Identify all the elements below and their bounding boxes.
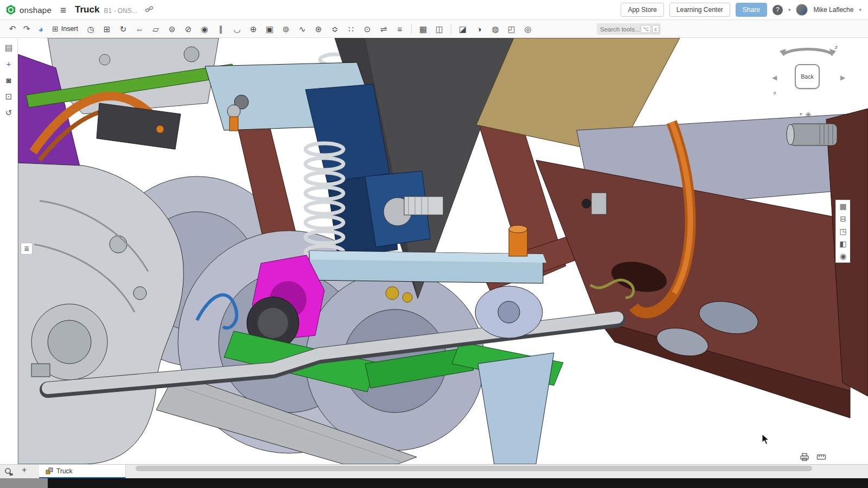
insert-label: Insert <box>61 25 78 33</box>
assembly-tab-icon <box>46 467 53 475</box>
measure-icon[interactable] <box>816 453 826 461</box>
feature-tree-toggle[interactable]: ≣ <box>21 243 33 255</box>
planar-mate-icon[interactable]: ▱ <box>148 20 164 38</box>
replicate-icon[interactable]: ≡ <box>392 20 408 38</box>
parts-panel-icon[interactable]: ⊟ <box>840 215 846 223</box>
gear-relation-icon[interactable]: ⊛ <box>310 20 327 38</box>
bom-icon[interactable]: ▦ <box>415 20 431 38</box>
insert-mate-icon[interactable]: + <box>7 60 11 68</box>
redo-icon[interactable]: ↷ <box>20 24 34 34</box>
shortcut-c-key: c <box>652 25 659 33</box>
right-panel-rail: ▦⊟◳◧◉ <box>835 200 850 263</box>
rotate-left-icon[interactable]: ◀ <box>772 74 777 81</box>
parallel-mate-icon[interactable]: ∥ <box>213 20 229 38</box>
app-store-button[interactable]: App Store <box>621 3 663 17</box>
perspective-icon[interactable]: ◰ <box>503 20 520 38</box>
toolbar-separator <box>411 24 412 34</box>
user-menu-caret-icon[interactable]: ▾ <box>859 7 861 12</box>
mate-relation-icon[interactable]: ⊚ <box>278 20 294 38</box>
add-tab-button[interactable]: + <box>22 465 27 475</box>
view-menu-caret-icon[interactable]: ▾ <box>800 111 802 117</box>
visibility-icon[interactable]: ◎ <box>520 20 536 38</box>
help-caret-icon[interactable]: ▾ <box>788 7 791 12</box>
configuration-panel-icon[interactable]: ◧ <box>839 240 846 248</box>
mirror-icon[interactable]: ⇌ <box>375 20 392 38</box>
bom-panel-icon[interactable]: ▦ <box>839 202 846 210</box>
view-rotate-arc[interactable] <box>775 41 840 58</box>
appearance-icon[interactable]: ◑ <box>471 20 487 38</box>
printer-icon[interactable] <box>800 453 809 461</box>
user-avatar[interactable] <box>796 4 808 16</box>
left-panel-rail: ▤+◙⊡↺ <box>0 38 18 464</box>
onshape-logo-icon <box>5 4 16 15</box>
pin-slot-mate-icon[interactable]: ⊘ <box>180 20 196 38</box>
ball-mate-icon[interactable]: ◉ <box>196 20 213 38</box>
versions-history-icon[interactable]: ↺ <box>5 109 12 117</box>
search-tools: ⌥ c <box>597 23 661 35</box>
model-viewport[interactable]: ◀ ▶ Back x z ▾ ◈ ≣ ▦⊟◳◧◉ <box>18 38 868 464</box>
search-tabs-icon[interactable] <box>4 467 13 476</box>
onshape-logo[interactable]: onshape <box>5 4 52 15</box>
cylindrical-mate-icon[interactable]: ⊜ <box>164 20 180 38</box>
assembly-render[interactable] <box>18 38 868 464</box>
document-menu-icon[interactable]: ≡ <box>60 5 66 15</box>
rollback-clock-icon[interactable]: ◷ <box>82 20 99 38</box>
rack-pinion-relation-icon[interactable]: ≎ <box>327 20 343 38</box>
document-version: B1 - ONS... <box>104 7 137 15</box>
revolute-mate-icon[interactable]: ↻ <box>115 20 131 38</box>
toolbar-separator <box>451 24 451 34</box>
help-button[interactable]: ? <box>773 5 783 15</box>
fastened-mate-icon[interactable]: ⊞ <box>99 20 115 38</box>
share-button[interactable]: Share <box>736 3 767 17</box>
slider-mate-icon[interactable]: ⇔ <box>131 20 148 38</box>
section-view-icon[interactable]: ◪ <box>455 20 471 38</box>
document-outline-icon[interactable]: ▤ <box>5 43 12 52</box>
learning-center-button[interactable]: Learning Center <box>669 3 730 17</box>
undo-icon[interactable]: ↶ <box>5 24 20 34</box>
circular-pattern-icon[interactable]: ⊙ <box>359 20 375 38</box>
rotate-right-icon[interactable]: ▶ <box>840 74 845 81</box>
mate-connector-icon[interactable]: ⊕ <box>245 20 261 38</box>
selection-panel-icon[interactable]: ◉ <box>840 252 846 260</box>
named-views-icon[interactable]: ◫ <box>431 20 448 38</box>
axis-z-label: z <box>835 45 838 50</box>
edit-in-context-icon[interactable]: ◕ <box>34 24 48 34</box>
footer-left-segment <box>0 478 48 488</box>
search-tools-input[interactable] <box>600 26 640 33</box>
display-states-icon[interactable]: ◍ <box>487 20 503 38</box>
tab-truck[interactable]: Truck <box>39 465 126 479</box>
logo-text: onshape <box>20 5 52 15</box>
isometric-view-icon[interactable]: ◈ <box>806 110 812 118</box>
tab-label: Truck <box>56 467 73 475</box>
screw-relation-icon[interactable]: ∿ <box>294 20 310 38</box>
comments-icon[interactable]: ◙ <box>6 76 11 84</box>
share-link-icon[interactable] <box>145 5 154 15</box>
document-title: Truck <box>75 4 99 15</box>
insert-icon: ⊞ <box>52 24 59 33</box>
toolbar-icons: ◷⊞↻⇔▱⊜⊘◉∥◡⊕▣⊚∿⊛≎∷⊙⇌≡▦◫◪◑◍◰◎ <box>82 20 536 38</box>
named-views-panel-icon[interactable]: ◳ <box>839 227 846 235</box>
shortcut-alt-key: ⌥ <box>641 25 651 33</box>
user-name: Mike Lafleche <box>813 6 853 14</box>
footer-strip <box>0 478 868 488</box>
top-bar: onshape ≡ Truck B1 - ONS... App Store Le… <box>0 0 868 20</box>
linear-pattern-icon[interactable]: ∷ <box>343 20 359 38</box>
tab-scrollbar-thumb[interactable] <box>136 466 812 471</box>
assembly-toolbar: ↶ ↷ ◕ ⊞ Insert ◷⊞↻⇔▱⊜⊘◉∥◡⊕▣⊚∿⊛≎∷⊙⇌≡▦◫◪◑◍… <box>0 20 868 38</box>
tangent-mate-icon[interactable]: ◡ <box>229 20 245 38</box>
insert-button[interactable]: ⊞ Insert <box>52 24 78 33</box>
linked-documents-icon[interactable]: ⊡ <box>5 92 12 100</box>
group-icon[interactable]: ▣ <box>261 20 278 38</box>
view-cube[interactable]: Back <box>795 64 820 89</box>
tab-bar: + Truck <box>0 464 868 478</box>
axis-x-label: x <box>774 90 776 96</box>
